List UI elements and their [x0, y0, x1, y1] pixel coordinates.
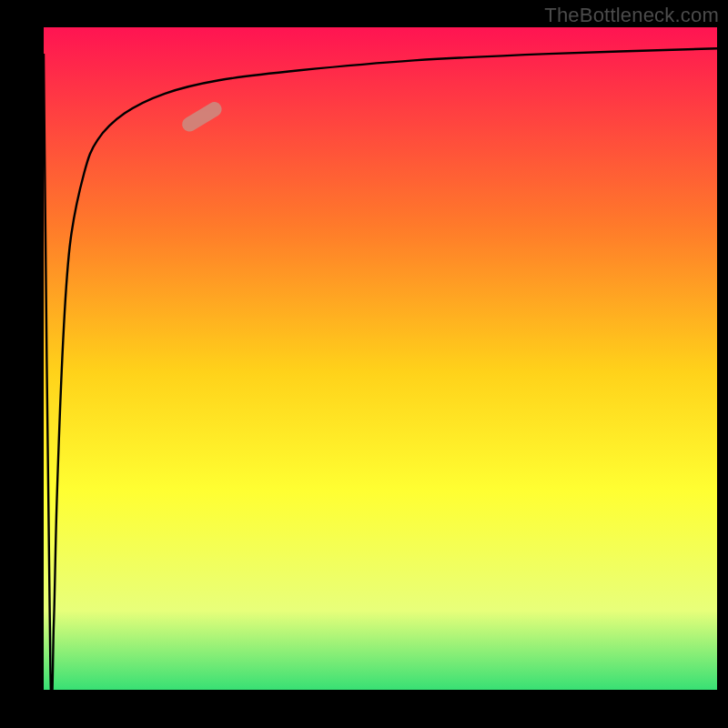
watermark-text: TheBottleneck.com [544, 4, 719, 27]
chart-svg [0, 0, 728, 728]
chart-root: TheBottleneck.com [0, 0, 728, 728]
axis-left [0, 0, 44, 728]
axis-bottom [0, 690, 728, 728]
plot-background [44, 27, 717, 690]
